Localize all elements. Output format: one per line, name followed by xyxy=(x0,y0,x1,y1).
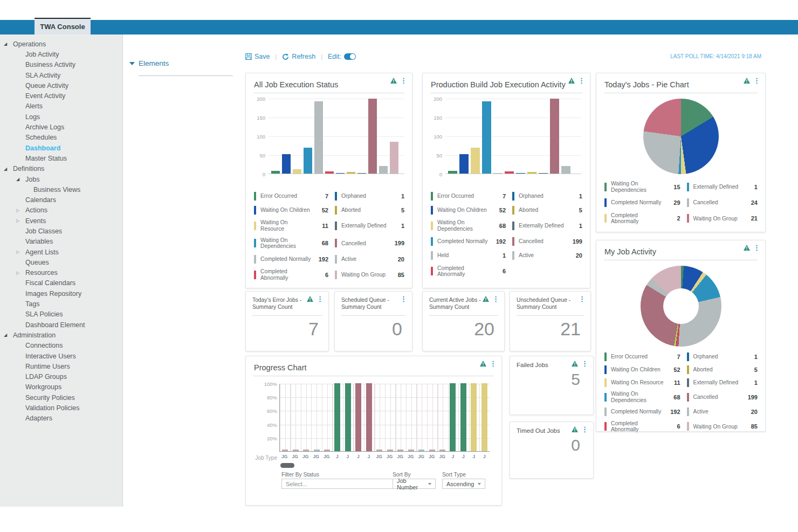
warning-icon[interactable] xyxy=(307,296,313,302)
x-axis-label: JG xyxy=(384,454,395,459)
warning-icon[interactable] xyxy=(390,78,397,84)
legend-swatch xyxy=(687,422,689,431)
tree-collapse-icon[interactable]: ◢ xyxy=(4,333,7,337)
kebab-menu-icon[interactable]: ⋮ xyxy=(581,426,588,432)
sidebar-item-events[interactable]: ▷Events xyxy=(0,216,122,226)
kebab-menu-icon[interactable]: ⋮ xyxy=(753,78,760,84)
bar-externally-defined xyxy=(357,173,366,174)
tree-collapse-icon[interactable]: ◢ xyxy=(4,42,7,46)
tab-twa-console[interactable]: TWA Console xyxy=(35,18,91,34)
sidebar-item-runtime-users[interactable]: Runtime Users xyxy=(0,361,122,371)
legend-item-completed-normally: Completed Normally29 xyxy=(604,198,680,208)
legend-item-error-occurred: Error Occurred7 xyxy=(254,191,328,201)
sidebar-item-logs[interactable]: Logs xyxy=(0,112,122,122)
x-axis-label: JG xyxy=(395,454,406,459)
sidebar-item-business-views[interactable]: Business Views xyxy=(0,184,122,195)
sidebar-item-job-activity[interactable]: Job Activity xyxy=(0,49,122,59)
legend-item-waiting-on-resource: Waiting On Resource11 xyxy=(254,219,328,232)
sidebar-item-agent-lists[interactable]: ▷Agent Lists xyxy=(0,247,122,257)
legend-swatch xyxy=(687,214,689,223)
sidebar-item-actions[interactable]: ▷Actions xyxy=(0,205,122,216)
kebab-menu-icon[interactable]: ⋮ xyxy=(581,361,588,367)
sidebar-item-jobs[interactable]: ◢Jobs xyxy=(0,174,122,184)
kebab-menu-icon[interactable]: ⋮ xyxy=(490,361,497,367)
chevron-down-icon xyxy=(129,62,135,65)
warning-icon[interactable] xyxy=(572,426,578,432)
sidebar-item-validation-policies[interactable]: Validation Policies xyxy=(0,403,122,413)
x-axis-label: J xyxy=(353,454,364,459)
sidebar-item-tags[interactable]: Tags xyxy=(0,299,122,309)
sidebar-item-definitions[interactable]: ◢Definitions xyxy=(0,164,122,174)
kebab-menu-icon[interactable]: ⋮ xyxy=(578,78,585,84)
toggle-on-icon[interactable] xyxy=(344,53,356,60)
sidebar-item-dashboard[interactable]: Dashboard xyxy=(0,143,122,153)
sidebar-item-dashboard-element[interactable]: Dashboard Element xyxy=(0,320,122,330)
refresh-button[interactable]: Refresh xyxy=(282,53,315,60)
save-button[interactable]: Save xyxy=(245,53,270,60)
kebab-menu-icon[interactable]: ⋮ xyxy=(400,78,407,84)
warning-icon[interactable] xyxy=(480,361,486,367)
sidebar-item-fiscal-calendars[interactable]: Fiscal Calendars xyxy=(0,278,122,288)
bar-externally-defined xyxy=(539,173,548,174)
sidebar-item-operations[interactable]: ◢Operations xyxy=(0,39,122,49)
sidebar-item-interactive-users[interactable]: Interactive Users xyxy=(0,351,122,361)
legend-swatch xyxy=(335,206,337,215)
sort-by-select[interactable]: Job Number xyxy=(393,479,436,489)
legend-swatch xyxy=(604,407,607,416)
sort-type-select[interactable]: Ascending xyxy=(442,479,485,489)
warning-icon[interactable] xyxy=(568,78,575,84)
sidebar-item-master-status[interactable]: Master Status xyxy=(0,153,122,163)
legend-item-waiting-on-children: Waiting On Children52 xyxy=(431,205,506,215)
divider xyxy=(341,315,405,316)
tree-expand-icon[interactable]: ▷ xyxy=(16,250,19,254)
tree-expand-icon[interactable]: ▷ xyxy=(16,218,19,223)
card-title: Production Build Job Execution Activity xyxy=(423,73,590,93)
kebab-menu-icon[interactable]: ⋮ xyxy=(753,245,760,251)
sidebar-item-sla-policies[interactable]: SLA Policies xyxy=(0,309,122,320)
elements-panel-header[interactable]: Elements xyxy=(129,59,169,67)
sidebar-item-variables[interactable]: Variables xyxy=(0,237,122,247)
legend-value: 199 xyxy=(393,240,404,246)
sidebar-item-schedules[interactable]: Schedules xyxy=(0,133,122,143)
warning-icon[interactable] xyxy=(483,296,489,302)
legend-item-waiting-on-group: Waiting On Group21 xyxy=(687,212,758,225)
sidebar-item-business-activity[interactable]: Business Activity xyxy=(0,60,122,70)
edit-toggle[interactable]: Edit: xyxy=(328,53,356,60)
scrollbar-thumb[interactable] xyxy=(280,463,294,468)
tree-collapse-icon[interactable]: ◢ xyxy=(4,167,7,171)
sidebar-item-alerts[interactable]: Alerts xyxy=(0,101,122,112)
bar-error-occurred xyxy=(448,171,457,174)
warning-icon[interactable] xyxy=(744,245,750,251)
kebab-menu-icon[interactable]: ⋮ xyxy=(579,296,586,302)
tree-expand-icon[interactable]: ▷ xyxy=(16,271,19,275)
legend-item-active: Active20 xyxy=(687,407,758,417)
legend-swatch xyxy=(254,255,256,264)
kebab-menu-icon[interactable]: ⋮ xyxy=(400,296,407,302)
sidebar-item-images-repository[interactable]: Images Repository xyxy=(0,288,122,299)
sidebar-item-connections[interactable]: Connections xyxy=(0,341,122,351)
kebab-menu-icon[interactable]: ⋮ xyxy=(492,296,499,302)
kebab-menu-icon[interactable]: ⋮ xyxy=(317,296,324,302)
warning-icon[interactable] xyxy=(572,361,578,367)
sidebar-item-adapters[interactable]: Adapters xyxy=(0,413,122,424)
sidebar-item-calendars[interactable]: Calendars xyxy=(0,195,122,205)
sidebar-item-resources[interactable]: ▷Resources xyxy=(0,268,122,278)
sidebar-item-sla-activity[interactable]: SLA Activity xyxy=(0,70,122,80)
legend-value: 1 xyxy=(393,193,404,199)
sidebar-item-queue-activity[interactable]: Queue Activity xyxy=(0,80,122,91)
tree-collapse-icon[interactable]: ◢ xyxy=(16,177,19,182)
sidebar-item-security-policies[interactable]: Security Policies xyxy=(0,392,122,403)
legend-swatch xyxy=(604,198,607,207)
sidebar-item-label: Queue Activity xyxy=(25,82,68,89)
sidebar-item-job-classes[interactable]: Job Classes xyxy=(0,226,122,236)
sidebar-item-archive-logs[interactable]: Archive Logs xyxy=(0,122,122,132)
legend-label: Waiting On Resource xyxy=(611,379,664,386)
progress-bar-jg xyxy=(376,450,382,451)
sidebar-item-queues[interactable]: Queues xyxy=(0,257,122,267)
sidebar-item-administration[interactable]: ◢Administration xyxy=(0,330,122,340)
sidebar-item-event-activity[interactable]: Event Activity xyxy=(0,91,122,101)
tree-expand-icon[interactable]: ▷ xyxy=(16,208,19,213)
warning-icon[interactable] xyxy=(744,78,750,84)
sidebar-item-ldap-groups[interactable]: LDAP Groups xyxy=(0,372,122,382)
sidebar-item-workgroups[interactable]: Workgroups xyxy=(0,382,122,392)
